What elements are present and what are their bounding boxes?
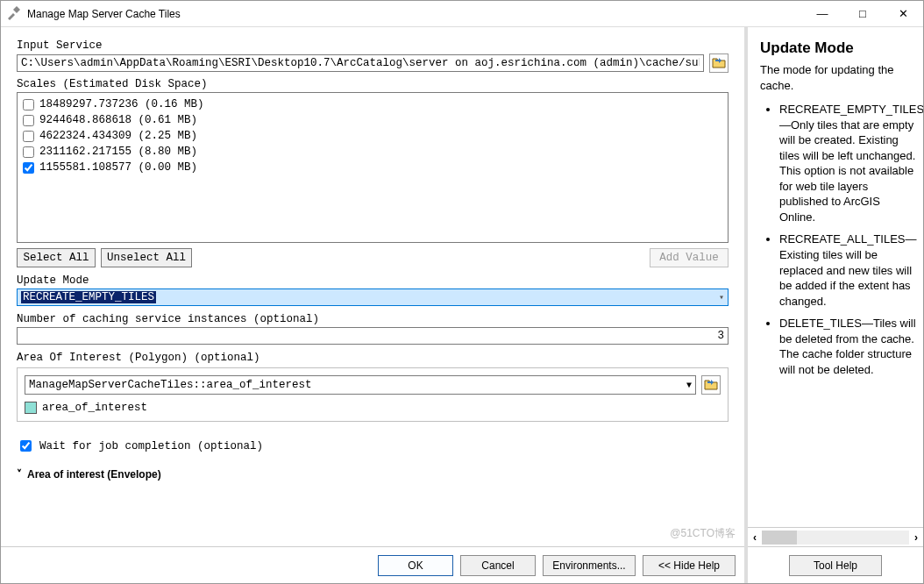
polygon-swatch-icon [25, 402, 37, 414]
folder-open-icon [712, 56, 726, 71]
add-value-button: Add Value [650, 248, 729, 267]
scale-checkbox[interactable] [23, 99, 34, 110]
wait-checkbox[interactable] [20, 440, 32, 452]
chevron-down-icon: ˅ [17, 468, 22, 481]
tool-help-button[interactable]: Tool Help [789, 555, 882, 576]
update-mode-selected: RECREATE_EMPTY_TILES [21, 291, 156, 303]
hammer-icon [6, 6, 22, 22]
scroll-thumb[interactable] [762, 531, 797, 545]
wait-checkbox-row[interactable]: Wait for job completion (optional) [17, 438, 729, 454]
scale-item[interactable]: 2311162.217155 (8.80 MB) [23, 144, 722, 160]
scales-label: Scales (Estimated Disk Space) [17, 78, 729, 90]
scales-list[interactable]: 18489297.737236 (0.16 MB)9244648.868618 … [17, 92, 729, 243]
scale-label: 2311162.217155 (8.80 MB) [39, 146, 197, 158]
scale-label: 1155581.108577 (0.00 MB) [39, 161, 197, 174]
help-list-item: RECREATE_ALL_TILES—Existing tiles will b… [779, 231, 918, 309]
dialog-window: Manage Map Server Cache Tiles — □ ✕ Inpu… [0, 0, 924, 584]
help-list-item: DELETE_TILES—Tiles will be deleted from … [779, 316, 918, 377]
maximize-button[interactable]: □ [842, 1, 883, 27]
wait-label: Wait for job completion (optional) [39, 440, 263, 452]
hide-help-button[interactable]: << Hide Help [643, 555, 736, 576]
help-list-item: RECREATE_EMPTY_TILES—Only tiles that are… [779, 102, 918, 224]
browse-input-service-button[interactable] [709, 53, 729, 73]
help-list: RECREATE_EMPTY_TILES—Only tiles that are… [760, 102, 918, 377]
aoi-combo[interactable]: ManageMapServerCacheTiles::area_of_inter… [25, 375, 696, 395]
help-intro: The mode for updating the cache. [760, 62, 918, 93]
update-mode-label: Update Mode [17, 274, 729, 287]
aoi-combo-value: ManageMapServerCacheTiles::area_of_inter… [29, 379, 312, 391]
scale-label: 18489297.737236 (0.16 MB) [39, 98, 204, 110]
folder-open-icon [704, 378, 718, 393]
scroll-right-icon[interactable]: › [914, 531, 918, 544]
minimize-button[interactable]: — [802, 1, 842, 27]
chevron-down-icon: ▼ [686, 381, 692, 390]
instances-label: Number of caching service instances (opt… [17, 313, 729, 325]
scale-label: 9244648.868618 (0.61 MB) [39, 114, 197, 126]
scale-checkbox[interactable] [23, 131, 34, 142]
titlebar: Manage Map Server Cache Tiles — □ ✕ [1, 1, 923, 27]
input-service-label: Input Service [17, 39, 729, 52]
aoi-list-item[interactable]: area_of_interest [25, 402, 721, 414]
form-pane: Input Service Scales (Estimated Disk Spa… [1, 27, 748, 583]
scroll-track[interactable] [762, 531, 909, 545]
scale-item[interactable]: 1155581.108577 (0.00 MB) [23, 160, 722, 175]
aoi-item-label: area_of_interest [42, 402, 147, 414]
browse-aoi-button[interactable] [701, 375, 721, 395]
unselect-all-button[interactable]: Unselect All [101, 248, 192, 267]
chevron-down-icon: ▾ [719, 292, 724, 303]
scale-checkbox[interactable] [23, 146, 34, 158]
scale-item[interactable]: 9244648.868618 (0.61 MB) [23, 112, 722, 128]
scale-item[interactable]: 18489297.737236 (0.16 MB) [23, 96, 722, 112]
watermark-text: @51CTO博客 [670, 526, 736, 541]
cancel-button[interactable]: Cancel [460, 555, 536, 576]
instances-field[interactable] [17, 327, 729, 345]
input-service-field[interactable] [17, 54, 704, 72]
dialog-footer: OK Cancel Environments... << Hide Help [1, 546, 744, 583]
environments-button[interactable]: Environments... [543, 555, 636, 576]
help-horizontal-scrollbar[interactable]: ‹ › [748, 527, 923, 546]
scale-item[interactable]: 4622324.434309 (2.25 MB) [23, 128, 722, 144]
select-all-button[interactable]: Select All [17, 248, 96, 267]
help-title: Update Mode [748, 27, 923, 62]
scale-checkbox[interactable] [23, 115, 34, 126]
scroll-left-icon[interactable]: ‹ [753, 531, 757, 544]
aoi-label: Area Of Interest (Polygon) (optional) [17, 352, 729, 364]
update-mode-combo[interactable]: RECREATE_EMPTY_TILES ▾ [17, 288, 729, 306]
help-footer: Tool Help [748, 546, 923, 583]
ok-button[interactable]: OK [378, 555, 453, 576]
aoi-envelope-section[interactable]: ˅ Area of interest (Envelope) [17, 468, 729, 481]
window-title: Manage Map Server Cache Tiles [27, 8, 802, 20]
aoi-panel: ManageMapServerCacheTiles::area_of_inter… [17, 367, 729, 422]
help-body: The mode for updating the cache. RECREAT… [748, 62, 923, 527]
aoi-envelope-label: Area of interest (Envelope) [27, 468, 161, 481]
help-pane: Update Mode The mode for updating the ca… [748, 27, 923, 583]
scale-label: 4622324.434309 (2.25 MB) [39, 130, 197, 142]
scale-checkbox[interactable] [23, 162, 34, 174]
close-button[interactable]: ✕ [883, 1, 923, 27]
